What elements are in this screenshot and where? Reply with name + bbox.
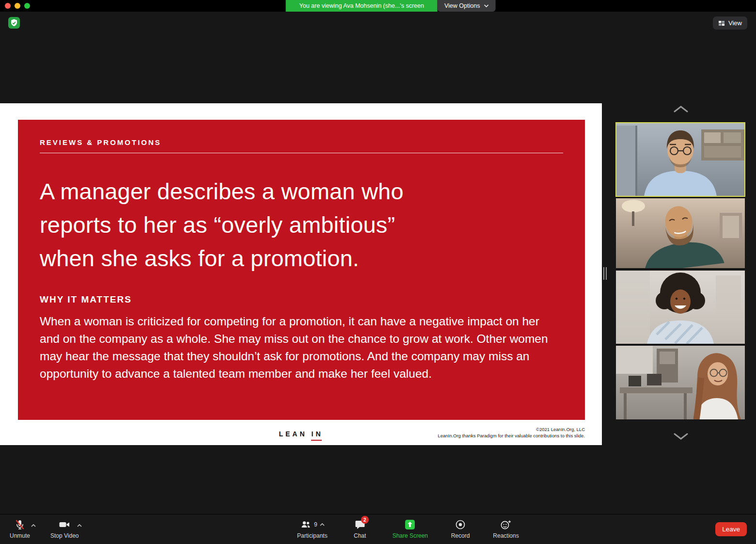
unmute-button[interactable]: Unmute	[7, 518, 33, 539]
stop-video-options-chevron[interactable]	[76, 520, 83, 529]
slide-why-it-matters-label: WHY IT MATTERS	[40, 294, 563, 305]
reactions-button[interactable]: Reactions	[493, 518, 519, 539]
reactions-label: Reactions	[493, 532, 519, 539]
participant-avatar-1	[616, 123, 745, 196]
chevron-down-icon	[674, 433, 688, 440]
participant-avatar-3	[616, 271, 745, 344]
record-label: Record	[451, 532, 470, 539]
headline-line-3: when she asks for a promotion.	[40, 241, 563, 275]
view-options-label: View Options	[444, 2, 480, 9]
video-strip-scroll-up-button[interactable]	[674, 106, 688, 114]
view-options-button[interactable]: View Options	[438, 0, 495, 12]
security-shield-icon	[8, 17, 20, 29]
slide-headline: A manager describes a woman who reports …	[40, 175, 563, 275]
chevron-up-icon	[77, 524, 82, 527]
share-screen-label: Share Screen	[393, 532, 428, 539]
traffic-lights	[5, 3, 30, 9]
leave-button[interactable]: Leave	[715, 522, 747, 536]
headline-line-1: A manager describes a woman who	[40, 175, 563, 208]
video-strip-scroll-down-button[interactable]	[674, 433, 688, 441]
minimize-window-button[interactable]	[15, 3, 20, 9]
credit-line: LeanIn.Org thanks Paradigm for their val…	[438, 433, 585, 439]
chevron-up-icon	[674, 106, 688, 112]
share-screen-icon	[404, 519, 416, 530]
chevron-down-icon	[484, 4, 488, 7]
screen-share-banner: You are viewing Ava Mohsenin (she...'s s…	[286, 0, 438, 12]
chevron-up-icon[interactable]	[320, 523, 325, 526]
slide-divider	[40, 153, 563, 153]
view-button-label: View	[728, 19, 742, 27]
close-window-button[interactable]	[5, 3, 11, 9]
chat-label: Chat	[354, 532, 366, 539]
record-button[interactable]: Record	[447, 518, 473, 539]
participant-video-4[interactable]	[616, 346, 745, 419]
slide-copyright: ©2021 LeanIn.Org, LLC LeanIn.Org thanks …	[438, 427, 585, 439]
shared-screen-content: REVIEWS & PROMOTIONS A manager describes…	[0, 103, 602, 445]
layout-grid-icon	[718, 20, 725, 27]
headline-line-2: reports to her as “overly ambitious”	[40, 208, 563, 241]
stop-video-label: Stop Video	[50, 532, 79, 539]
participant-avatar-4	[616, 346, 745, 419]
slide-kicker: REVIEWS & PROMOTIONS	[40, 138, 563, 146]
zoom-window-button[interactable]	[24, 3, 30, 9]
slide-card: REVIEWS & PROMOTIONS A manager describes…	[18, 120, 585, 420]
logo-lean: LEAN	[279, 430, 307, 438]
camera-icon	[58, 519, 71, 530]
microphone-muted-icon	[14, 519, 26, 530]
participants-count: 9	[314, 521, 317, 528]
participants-button[interactable]: 9 Participants	[297, 518, 328, 539]
participant-video-2[interactable]	[616, 198, 745, 268]
stop-video-button[interactable]: Stop Video	[50, 518, 79, 539]
participants-label: Participants	[297, 532, 328, 539]
participants-icon	[300, 519, 312, 530]
participant-video-3[interactable]	[616, 271, 745, 344]
titlebar: You are viewing Ava Mohsenin (she...'s s…	[0, 0, 756, 12]
share-screen-button[interactable]: Share Screen	[393, 518, 428, 539]
logo-in: IN	[312, 430, 323, 438]
chat-unread-badge: 2	[361, 516, 369, 524]
meeting-toolbar: Unmute Stop Video	[0, 514, 756, 544]
unmute-options-chevron[interactable]	[30, 520, 37, 529]
record-icon	[455, 519, 466, 530]
screen-share-banner-group: You are viewing Ava Mohsenin (she...'s s…	[286, 0, 496, 12]
unmute-label: Unmute	[10, 532, 30, 539]
slide-body-text: When a woman is criticized for competing…	[40, 313, 562, 383]
copyright-line: ©2021 LeanIn.Org, LLC	[438, 427, 585, 433]
participant-avatar-2	[616, 198, 745, 268]
chat-button[interactable]: 2 Chat	[347, 518, 373, 539]
zoom-window: You are viewing Ava Mohsenin (she...'s s…	[0, 0, 756, 544]
meeting-security-shield-button[interactable]	[8, 17, 20, 29]
participant-video-1[interactable]	[616, 123, 745, 196]
panel-resize-handle[interactable]	[603, 267, 607, 280]
view-layout-button[interactable]: View	[713, 16, 747, 30]
chevron-up-icon	[31, 524, 36, 527]
reactions-icon	[500, 519, 512, 530]
